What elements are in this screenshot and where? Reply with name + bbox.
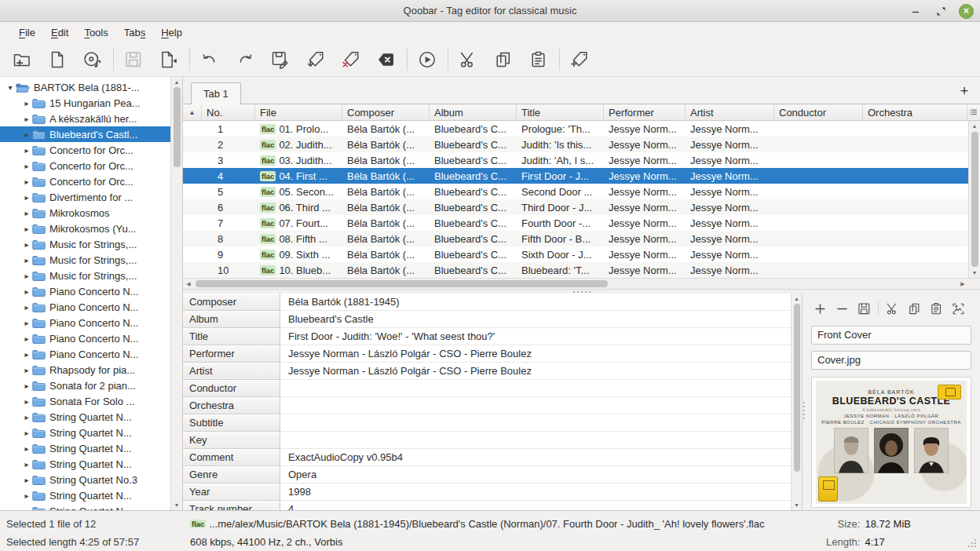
expander-closed-icon[interactable]: ▸ [21,177,32,186]
expander-closed-icon[interactable]: ▸ [21,256,32,265]
sidebar-scrollbar[interactable]: ▲ ▼ [170,77,182,510]
tag-scrollbar[interactable]: ▲ ▼ [791,294,802,510]
table-row[interactable]: 10flac10. Blueb...Béla Bartók (...Bluebe… [183,262,968,278]
scrollbar-thumb[interactable] [794,304,800,472]
tag-value-orchestra[interactable] [280,397,791,414]
tree-item[interactable]: ▸String Quartet N... [0,503,170,510]
expander-closed-icon[interactable]: ▸ [21,397,32,406]
tag-value-artist[interactable]: Jessye Norman - László Polgár - CSO - Pi… [280,363,791,380]
expander-closed-icon[interactable]: ▸ [21,319,32,327]
tree-item[interactable]: ▸A kékszakállú her... [0,111,170,126]
tag-value-key[interactable] [280,432,791,449]
redo-button[interactable] [232,47,258,72]
tree-item[interactable]: ▸String Quartet No.3 [0,472,170,487]
tag-value-composer[interactable]: Béla Bartók (1881-1945) [280,294,791,311]
expander-closed-icon[interactable]: ▸ [21,429,32,437]
tag-value-subtitle[interactable] [280,414,791,432]
menu-help[interactable]: Help [153,24,190,41]
expander-closed-icon[interactable]: ▸ [21,476,32,484]
sort-indicator-icon[interactable]: ▲ [183,104,202,120]
cover-type-field[interactable]: Front Cover [811,326,971,345]
expander-closed-icon[interactable]: ▸ [21,146,32,155]
cover-paste-button[interactable] [927,299,945,318]
table-row[interactable]: 2flac02. Judith...Béla Bartók (...Bluebe… [183,137,968,152]
column-header-performer[interactable]: Performer [604,104,686,120]
table-row[interactable]: 8flac08. Fifth ...Béla Bartók (...Bluebe… [183,231,968,246]
menu-tabs[interactable]: Tabs [116,24,153,41]
tree-item[interactable]: ▸Mikrokosmos (Yu... [0,221,170,236]
album-cover-image[interactable]: BÉLA BARTÓK BLUEBEARD'S CASTLE A kékszak… [811,377,971,508]
tag-value-performer[interactable]: Jessye Norman - László Polgár - CSO - Pi… [280,345,791,363]
cover-cut-button[interactable] [883,299,901,318]
scroll-up-icon[interactable]: ▲ [969,121,980,131]
scroll-down-icon[interactable]: ▼ [969,268,980,278]
scroll-down-icon[interactable]: ▼ [792,500,802,510]
expander-closed-icon[interactable]: ▸ [21,303,32,312]
tree-item[interactable]: ▸Piano Concerto N... [0,299,170,315]
cover-save-button[interactable] [855,299,873,318]
scroll-up-icon[interactable]: ▲ [792,294,802,304]
tree-item[interactable]: ▸Concerto for Orc... [0,173,170,189]
menu-tools[interactable]: Tools [76,24,115,41]
tree-item[interactable]: ▸Sonata for 2 pian... [0,378,170,393]
menu-edit[interactable]: Edit [43,24,76,41]
table-row[interactable]: 3flac03. Judith...Béla Bartók (...Bluebe… [183,152,968,168]
add-tab-button[interactable]: + [956,83,972,100]
save-button[interactable] [121,47,146,72]
column-header-file[interactable]: File [255,104,342,120]
expander-closed-icon[interactable]: ▸ [21,193,32,202]
cover-frame-button[interactable] [949,299,967,318]
tag-value-conductor[interactable] [280,380,791,397]
expander-closed-icon[interactable]: ▸ [21,334,32,343]
expander-closed-icon[interactable]: ▸ [21,99,32,108]
column-settings-button[interactable] [967,104,980,120]
tree-item[interactable]: ▸Rhapsody for pia... [0,362,170,378]
column-header-conductor[interactable]: Conductor [774,104,863,120]
table-row[interactable]: 6flac06. Third ...Béla Bartók (...Bluebe… [183,199,968,215]
expander-closed-icon[interactable]: ▸ [21,287,32,296]
tab-1[interactable]: Tab 1 [191,82,241,104]
expander-closed-icon[interactable]: ▸ [21,209,32,217]
expander-closed-icon[interactable]: ▸ [21,224,32,233]
column-header-title[interactable]: Title [517,104,604,120]
tree-item[interactable]: ▾BARTOK Bela (1881-... [0,79,170,95]
tag-down-button[interactable] [303,47,328,72]
tree-item[interactable]: ▸Concerto for Orc... [0,158,170,173]
close-file-button[interactable] [156,47,181,72]
clear-button[interactable] [374,47,399,72]
scroll-right-icon[interactable]: ▶ [957,281,968,287]
resize-grip[interactable] [968,539,976,547]
expander-closed-icon[interactable]: ▸ [21,115,32,123]
paste-button[interactable] [526,47,551,72]
scroll-down-icon[interactable]: ▼ [171,500,182,510]
table-row[interactable]: 7flac07. Fourt...Béla Bartók (...Bluebea… [183,215,968,231]
tree-item[interactable]: ▸Music for Strings,... [0,268,170,283]
expander-closed-icon[interactable]: ▸ [21,460,32,469]
tree-item[interactable]: ▸Music for Strings,... [0,236,170,252]
expander-closed-icon[interactable]: ▸ [21,350,32,359]
tree-item[interactable]: ▸Piano Concerto N... [0,346,170,362]
scrollbar-thumb[interactable] [196,280,608,287]
table-row[interactable]: 5flac05. Secon...Béla Bartók (...Bluebea… [183,184,968,199]
tree-item[interactable]: ▸Bluebeard's Castl... [0,126,170,142]
tag-add-button[interactable] [567,47,592,72]
save-tags-button[interactable] [268,47,293,72]
new-file-button[interactable] [45,47,70,72]
copy-button[interactable] [491,47,516,72]
expander-closed-icon[interactable]: ▸ [21,162,32,170]
table-row[interactable]: 1flac01. Prolo...Béla Bartók (...Bluebea… [183,121,968,137]
tag-value-album[interactable]: Bluebeard's Castle [280,311,791,328]
tag-value-title[interactable]: First Door - Judith: 'Woe!' - 'What sees… [280,328,791,345]
undo-button[interactable] [197,47,222,72]
minimize-button[interactable] [909,4,923,18]
open-disc-button[interactable] [80,47,105,72]
expander-open-icon[interactable]: ▾ [5,83,16,92]
vertical-splitter[interactable] [803,402,805,419]
cut-button[interactable] [455,47,481,72]
tree-item[interactable]: ▸Piano Concerto N... [0,330,170,346]
scrollbar-thumb[interactable] [971,132,978,267]
tree-item[interactable]: ▸15 Hungarian Pea... [0,95,170,111]
expander-closed-icon[interactable]: ▸ [21,491,32,500]
tag-value-genre[interactable]: Opera [280,466,791,483]
tree-item[interactable]: ▸Piano Concerto N... [0,283,170,299]
